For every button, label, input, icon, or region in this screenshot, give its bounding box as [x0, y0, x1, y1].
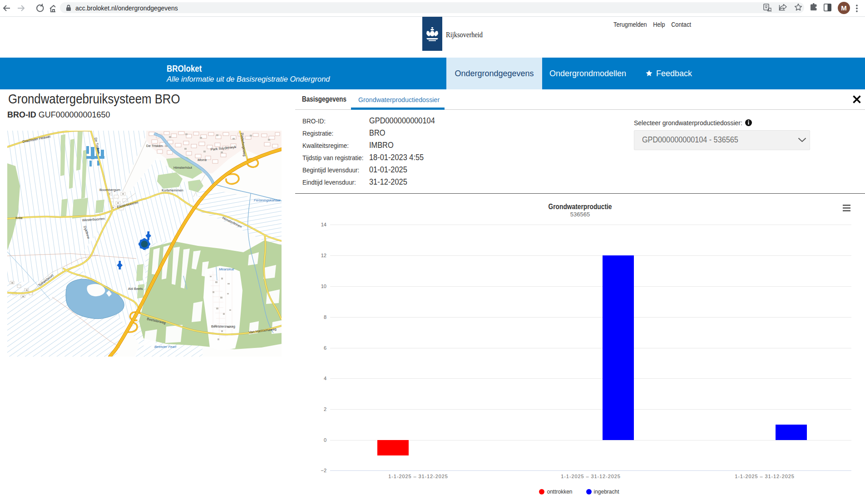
svg-text:Ald Beets: Ald Beets: [128, 287, 143, 291]
svg-text:Ferbiningskanaal: Ferbiningskanaal: [254, 198, 280, 202]
svg-text:Morrá: Morrá: [198, 158, 207, 162]
svg-text:Beetster Feart: Beetster Feart: [154, 345, 177, 349]
svg-text:De Trisken: De Trisken: [146, 144, 163, 148]
svg-text:Himsterhôut: Himsterhôut: [173, 166, 193, 170]
svg-text:Beetsterzwaag: Beetsterzwaag: [211, 324, 235, 328]
svg-text:Mearsleat: Mearsleat: [219, 267, 234, 271]
svg-text:Boornbergum: Boornbergum: [99, 188, 120, 192]
svg-text:Kortehemmen: Kortehemmen: [162, 188, 183, 192]
svg-text:Krite: Krite: [15, 216, 23, 220]
